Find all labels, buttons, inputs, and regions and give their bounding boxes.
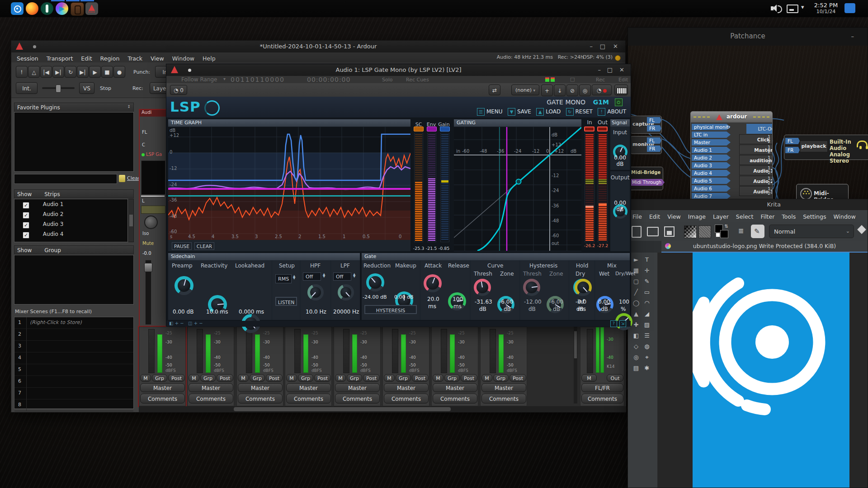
add-preset-button[interactable]: + bbox=[541, 84, 553, 96]
strips-scrollbar[interactable] bbox=[128, 199, 134, 242]
mute-button[interactable]: Mute bbox=[142, 241, 154, 246]
metering-point-button[interactable]: Post bbox=[168, 374, 185, 382]
plugin-search-input[interactable] bbox=[14, 174, 117, 184]
plugin-titlebar[interactable]: Audio 1: LSP Gate Mono (by LSP LV2) [LV2… bbox=[166, 64, 631, 76]
mixer-strip-bottom[interactable]: -25 -30 -40 -50 dBFS M Grp Post Master C… bbox=[334, 327, 381, 406]
spin-arrows-icon[interactable]: ▲▼ bbox=[293, 275, 295, 280]
rec-button-label[interactable]: Rec bbox=[596, 77, 605, 83]
about-button[interactable]: ABOUT bbox=[607, 108, 626, 115]
patchance-launcher-icon[interactable] bbox=[71, 2, 84, 16]
ubuntustudio-launcher-icon[interactable] bbox=[11, 2, 24, 15]
mixer-scene-row[interactable]: 2 bbox=[14, 329, 133, 341]
group-button[interactable]: Grp bbox=[396, 374, 411, 382]
midi-through-port[interactable]: Midi Through bbox=[630, 179, 665, 186]
menu-item[interactable]: Session bbox=[17, 55, 38, 62]
save-preset-button[interactable]: ↓ bbox=[554, 84, 566, 96]
output-bus-button[interactable]: FL/FR bbox=[581, 383, 623, 392]
preamp-knob[interactable] bbox=[175, 276, 193, 295]
vu-meter-button[interactable]: ◔ bbox=[592, 84, 612, 95]
mixer-scene-row[interactable]: 6 bbox=[14, 376, 133, 388]
metering-point-button[interactable]: Post bbox=[461, 374, 477, 382]
menu-item[interactable]: View bbox=[151, 55, 164, 62]
mute-button[interactable]: M bbox=[238, 374, 249, 382]
input-port[interactable]: Master bbox=[692, 139, 731, 145]
output-bus-button[interactable]: Master bbox=[189, 383, 233, 392]
mixer-strip-bottom[interactable]: -25 -30 -40 -50 dBFS M Grp Post Master C… bbox=[480, 327, 527, 406]
hpf-freq-knob[interactable] bbox=[307, 284, 324, 300]
mute-button[interactable]: M bbox=[581, 374, 597, 382]
port-fr[interactable]: FR bbox=[647, 125, 661, 131]
edit-brush-settings-icon[interactable]: ✎ bbox=[751, 225, 764, 238]
minimize-button[interactable]: – bbox=[851, 33, 854, 40]
tool-icon[interactable]: ╱ bbox=[631, 287, 642, 298]
tool-icon[interactable]: ► bbox=[631, 254, 642, 265]
firefox-launcher-icon[interactable] bbox=[26, 2, 38, 15]
tool-icon[interactable]: ◠ bbox=[642, 298, 652, 309]
tool-icon[interactable]: ◇ bbox=[631, 341, 642, 352]
transport-button[interactable]: ▶| bbox=[77, 66, 89, 78]
patchance-titlebar[interactable]: Patchance – bbox=[628, 28, 868, 46]
eraser-mode-icon[interactable] bbox=[857, 225, 866, 234]
transport-button[interactable]: △ bbox=[28, 66, 40, 78]
output-port-row[interactable]: Click 1 2 bbox=[728, 134, 771, 144]
krita-canvas-area[interactable] bbox=[658, 253, 868, 488]
close-button[interactable]: ✕ bbox=[613, 43, 618, 50]
ardour-titlebar[interactable]: *Untitled-2024-10-01-14-50-13 - Ardour –… bbox=[11, 41, 625, 53]
mixer-strip-bottom[interactable]: -25 -30 -40 -50 dBFS M Grp Post Master C… bbox=[236, 327, 283, 406]
port-fr[interactable]: FR bbox=[647, 145, 661, 152]
ardour-launcher-icon[interactable] bbox=[85, 2, 98, 15]
curve-thresh-knob[interactable] bbox=[474, 279, 491, 296]
strip-visible-checkbox[interactable]: ✓ bbox=[23, 212, 29, 219]
preset-select[interactable]: (none) ▾ bbox=[511, 84, 539, 95]
mixer-scene-row[interactable]: 4 bbox=[14, 352, 133, 364]
metering-point-button[interactable]: Out bbox=[607, 374, 623, 382]
strip-list-row[interactable]: ✓ Audio 2 bbox=[14, 209, 127, 219]
comments-button[interactable]: Comments bbox=[335, 394, 380, 404]
pattern-swatch[interactable] bbox=[698, 225, 711, 238]
trim-knob[interactable] bbox=[144, 216, 158, 229]
load-button[interactable]: LOAD bbox=[546, 108, 561, 115]
output-port-row[interactable]: Audio 3 1 2 bbox=[728, 186, 771, 196]
output-bus-button[interactable]: Master bbox=[384, 383, 429, 392]
bypass-button[interactable]: ⊘ bbox=[566, 84, 578, 96]
minimize-button[interactable]: – bbox=[598, 66, 601, 73]
strip-visible-checkbox[interactable]: ✓ bbox=[23, 202, 29, 209]
strip-visible-checkbox[interactable]: ✓ bbox=[23, 222, 29, 229]
comments-button[interactable]: Comments bbox=[384, 394, 429, 404]
minsec-clock[interactable]: 00110110000 bbox=[231, 76, 285, 83]
comments-button[interactable]: Comments bbox=[286, 394, 331, 404]
pin-routing-icon[interactable]: ⇄ bbox=[489, 84, 500, 95]
help-icon[interactable]: ? bbox=[610, 320, 617, 327]
shuttle-handle[interactable] bbox=[56, 84, 61, 93]
power-button[interactable]: ◎ bbox=[579, 84, 591, 96]
pan-widget[interactable] bbox=[141, 206, 165, 214]
monitor-node[interactable]: monitor FL FR bbox=[630, 136, 662, 154]
mute-button[interactable]: M bbox=[286, 374, 297, 382]
group-button[interactable]: Grp bbox=[298, 374, 313, 382]
menu-item[interactable]: Transport bbox=[47, 55, 73, 62]
port-fl[interactable]: FL bbox=[647, 117, 661, 123]
monitor-button[interactable]: □ bbox=[570, 76, 575, 82]
processor-entry[interactable]: LSP Ga bbox=[146, 152, 162, 157]
clock[interactable]: 2:52 PM 10/1/24 bbox=[812, 2, 840, 14]
strip-input-button[interactable]: FL bbox=[142, 130, 147, 135]
output-bus-button[interactable]: Master bbox=[238, 383, 283, 392]
menu-item[interactable]: Select bbox=[736, 213, 754, 220]
output-port-row[interactable]: Audio 2 1 2 bbox=[728, 176, 771, 186]
mixer-scene-row[interactable]: 8 bbox=[14, 399, 133, 411]
output-port-row[interactable]: Master 1 2 bbox=[728, 145, 771, 155]
timer-button[interactable]: ◔ 0 bbox=[170, 85, 187, 95]
input-port[interactable]: Audio 6 bbox=[692, 185, 731, 192]
master-strip-bottom[interactable]: -30 -40 K14 M Out FL/FR Comments bbox=[580, 327, 624, 406]
document-tab[interactable]: ubuntustudio-logo.png Write Protected (3… bbox=[661, 241, 868, 253]
sync-source-button[interactable]: Int. bbox=[16, 82, 38, 94]
mixer-strip-bottom[interactable]: -25 -30 -40 -50 dBFS M Grp Post Master C… bbox=[187, 327, 234, 406]
lpf-freq-knob[interactable] bbox=[338, 284, 354, 300]
mixer-scene-row[interactable]: 1 (Right-Click to Store) bbox=[14, 317, 133, 329]
mute-button[interactable]: M bbox=[140, 374, 151, 382]
save-icon[interactable] bbox=[664, 226, 675, 237]
mute-button[interactable]: M bbox=[189, 374, 199, 382]
minimize-button[interactable]: – bbox=[590, 43, 593, 50]
settings-launcher-icon[interactable] bbox=[41, 2, 53, 15]
output-bus-button[interactable]: Master bbox=[286, 383, 331, 392]
